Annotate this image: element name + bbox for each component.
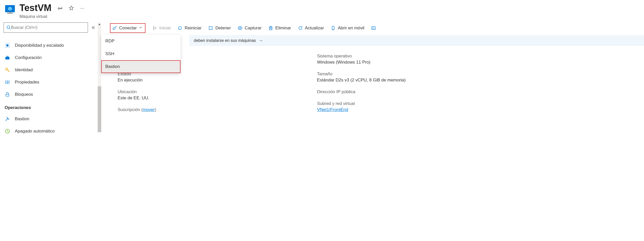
title-group: TestVM ··· Máquina virtual bbox=[19, 3, 84, 19]
essentials: Grupo de recursos (mover) TestRG1 Estado… bbox=[118, 54, 644, 112]
dropdown-label: RDP bbox=[105, 39, 115, 44]
svg-rect-31 bbox=[269, 27, 272, 30]
scrollbar-thumb[interactable] bbox=[98, 86, 101, 132]
vnet-value-link[interactable]: VNet1/FrontEnd bbox=[317, 107, 491, 112]
svg-marker-4 bbox=[69, 6, 73, 10]
favorite-star-icon[interactable] bbox=[69, 5, 74, 10]
pin-icon[interactable] bbox=[58, 5, 63, 10]
connect-option-ssh[interactable]: SSH bbox=[101, 47, 180, 60]
open-mobile-button[interactable]: Abrir en móvil bbox=[331, 26, 364, 31]
capture-icon bbox=[238, 26, 243, 31]
connect-option-rdp[interactable]: RDP bbox=[101, 35, 180, 47]
svg-rect-9 bbox=[5, 57, 9, 59]
vnet-label: Subred y red virtual bbox=[317, 101, 491, 106]
svg-point-30 bbox=[240, 28, 241, 29]
status-value: En ejecución bbox=[118, 78, 291, 83]
cli-button[interactable] bbox=[371, 26, 376, 31]
essentials-right-col: Sistema operativo Windows (Windows 11 Pr… bbox=[317, 54, 491, 112]
svg-point-5 bbox=[7, 26, 10, 29]
page-title: TestVM bbox=[19, 3, 51, 13]
chevron-down-icon bbox=[139, 26, 142, 31]
svg-line-13 bbox=[8, 70, 9, 71]
search-box[interactable] bbox=[4, 22, 88, 33]
capture-label: Capturar bbox=[245, 26, 262, 31]
start-label: Iniciar bbox=[159, 26, 171, 31]
banner-text: deben instalarse en sus máquinas bbox=[194, 38, 256, 43]
nav-item-availability[interactable]: Disponibilidad y escalado bbox=[4, 39, 101, 52]
svg-point-11 bbox=[6, 68, 8, 70]
svg-line-6 bbox=[9, 28, 10, 29]
toolbox-icon bbox=[5, 55, 10, 60]
stop-button[interactable]: Detener bbox=[208, 26, 231, 31]
nav-list-operations: Bastion Apagado automático bbox=[4, 113, 101, 137]
os-label: Sistema operativo bbox=[317, 54, 491, 59]
stop-label: Detener bbox=[215, 26, 231, 31]
svg-rect-28 bbox=[209, 27, 212, 30]
nav-label: Bloqueos bbox=[15, 92, 33, 97]
subscription-move-link[interactable]: mover bbox=[143, 107, 155, 112]
open-mobile-label: Abrir en móvil bbox=[338, 26, 364, 31]
nav-label: Apagado automático bbox=[15, 129, 55, 134]
pip-label: Dirección IP pública bbox=[317, 89, 491, 94]
size-label: Tamaño bbox=[317, 71, 491, 77]
info-banner[interactable]: deben instalarse en sus máquinas → bbox=[189, 35, 644, 46]
svg-rect-8 bbox=[6, 44, 8, 46]
search-input[interactable] bbox=[11, 25, 85, 30]
scroll-up-icon[interactable] bbox=[98, 22, 101, 26]
page-header: TestVM ··· Máquina virtual bbox=[0, 0, 644, 22]
location-value: Este de EE. UU. bbox=[118, 95, 291, 101]
refresh-button[interactable]: Actualizar bbox=[298, 26, 324, 31]
stop-icon bbox=[208, 26, 213, 31]
arrow-right-icon: → bbox=[259, 38, 263, 43]
page-subtitle: Máquina virtual bbox=[19, 14, 84, 19]
svg-rect-17 bbox=[6, 94, 9, 96]
nav-label: Configuración bbox=[15, 55, 42, 60]
section-heading-operations: Operaciones bbox=[4, 101, 101, 113]
subscription-label: Suscripción (mover) bbox=[118, 107, 291, 112]
delete-label: Eliminar bbox=[275, 26, 291, 31]
properties-icon bbox=[5, 80, 10, 85]
clock-icon bbox=[5, 129, 10, 134]
main-content: Conectar Iniciar Reiniciar bbox=[101, 22, 644, 137]
mobile-icon bbox=[331, 26, 336, 31]
vm-icon bbox=[4, 4, 16, 16]
restart-label: Reiniciar bbox=[185, 26, 201, 31]
collapse-sidebar-icon[interactable] bbox=[91, 26, 96, 30]
os-value: Windows (Windows 11 Pro) bbox=[317, 60, 491, 65]
nav-item-properties[interactable]: Propiedades bbox=[4, 76, 101, 88]
refresh-icon bbox=[298, 26, 303, 31]
svg-rect-10 bbox=[7, 56, 8, 57]
nav-label: Disponibilidad y escalado bbox=[15, 43, 64, 48]
nav-label: Bastion bbox=[15, 116, 29, 122]
connect-dropdown: RDP SSH Bastion bbox=[101, 35, 180, 73]
play-icon bbox=[152, 26, 157, 31]
connect-label: Conectar bbox=[119, 26, 137, 31]
more-menu-icon[interactable]: ··· bbox=[80, 5, 84, 10]
svg-marker-27 bbox=[153, 27, 156, 30]
nav-item-bastion[interactable]: Bastion bbox=[4, 113, 101, 125]
nav-item-identity[interactable]: Identidad bbox=[4, 64, 101, 76]
svg-marker-29 bbox=[238, 26, 242, 30]
size-value: Estándar D2s v3 (2 vCPU, 8 GiB de memori… bbox=[317, 78, 491, 83]
connect-button[interactable]: Conectar bbox=[110, 23, 145, 33]
nav-label: Identidad bbox=[15, 67, 33, 73]
cli-icon bbox=[371, 26, 376, 31]
svg-rect-3 bbox=[9, 12, 11, 13]
nav-item-configuration[interactable]: Configuración bbox=[4, 52, 101, 64]
sidebar: Disponibilidad y escalado Configuración … bbox=[0, 22, 101, 137]
svg-marker-23 bbox=[98, 23, 100, 25]
scale-icon bbox=[5, 43, 10, 48]
restart-icon bbox=[177, 26, 183, 31]
search-icon bbox=[6, 25, 11, 30]
connect-option-bastion[interactable]: Bastion bbox=[101, 60, 180, 73]
restart-button[interactable]: Reiniciar bbox=[177, 26, 201, 31]
svg-line-22 bbox=[7, 131, 8, 132]
bastion-icon bbox=[5, 116, 10, 122]
trash-icon bbox=[268, 26, 273, 31]
capture-button[interactable]: Capturar bbox=[238, 26, 262, 31]
refresh-label: Actualizar bbox=[305, 26, 324, 31]
nav-item-autoshutdown[interactable]: Apagado automático bbox=[4, 125, 101, 137]
nav-item-locks[interactable]: Bloqueos bbox=[4, 88, 101, 101]
start-button: Iniciar bbox=[152, 26, 171, 31]
delete-button[interactable]: Eliminar bbox=[268, 26, 291, 31]
